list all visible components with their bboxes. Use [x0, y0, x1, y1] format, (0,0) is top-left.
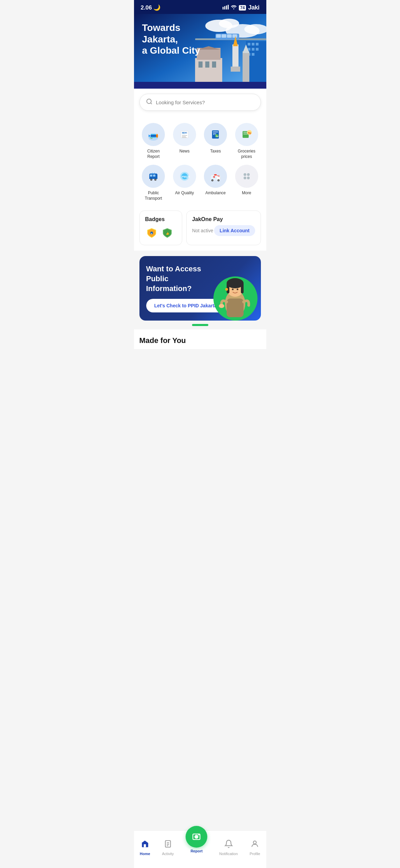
svg-rect-31: [198, 61, 203, 68]
service-air-quality[interactable]: PM2.5 Air Quality: [170, 165, 199, 201]
citizen-report-icon: [142, 123, 165, 146]
svg-rect-12: [222, 34, 226, 38]
badges-icons: ★ 👍: [145, 227, 177, 239]
ppid-character: [215, 270, 255, 321]
svg-rect-20: [252, 43, 254, 46]
groceries-icon: Rp: [235, 123, 258, 146]
service-citizen-report[interactable]: CitizenReport: [139, 123, 168, 159]
jakone-status: Not active: [192, 228, 213, 233]
svg-point-81: [247, 173, 250, 176]
svg-rect-13: [227, 34, 232, 38]
hero-text: Towards Jakarta, a Global City: [142, 22, 200, 56]
svg-text:Rp: Rp: [248, 132, 251, 134]
svg-rect-59: [153, 175, 155, 177]
news-label: News: [179, 149, 190, 154]
news-icon: NEWS: [173, 123, 196, 146]
svg-rect-33: [212, 61, 216, 68]
svg-rect-14: [232, 34, 237, 38]
status-time: 2.06 🌙: [141, 4, 161, 11]
service-groceries[interactable]: Rp Groceriesprices: [232, 123, 261, 159]
svg-rect-17: [231, 67, 240, 72]
public-transport-label: PublicTransport: [145, 191, 162, 201]
svg-point-80: [244, 173, 246, 176]
svg-rect-74: [214, 176, 214, 178]
svg-rect-19: [248, 43, 250, 46]
svg-point-36: [147, 99, 151, 104]
svg-rect-26: [252, 53, 254, 56]
svg-rect-2: [226, 5, 227, 10]
svg-point-93: [232, 289, 233, 290]
status-icons: 74 Jaki: [223, 4, 259, 11]
search-input[interactable]: [156, 100, 254, 105]
svg-rect-54: [243, 133, 248, 134]
taxes-label: Taxes: [210, 149, 221, 154]
badge-shield: ★: [145, 227, 158, 239]
toggle-pill[interactable]: [192, 324, 208, 326]
svg-rect-65: [152, 173, 153, 174]
made-for-you-title: Made for You: [139, 336, 261, 345]
jakone-card: JakOne Pay Not active Link Account: [186, 211, 261, 245]
ppid-text: Want to Access Public Information?: [146, 264, 214, 293]
ambulance-label: Ambulance: [205, 191, 226, 196]
svg-rect-39: [151, 135, 156, 137]
svg-point-76: [212, 180, 213, 181]
svg-text:Rp: Rp: [216, 135, 218, 137]
svg-rect-0: [223, 7, 224, 10]
signal-icon: [223, 5, 229, 11]
service-news[interactable]: NEWS News: [170, 123, 199, 159]
ambulance-icon: [204, 165, 227, 188]
service-public-transport[interactable]: PublicTransport: [139, 165, 168, 201]
citizen-report-label: CitizenReport: [147, 149, 160, 159]
wifi-icon: [231, 5, 237, 11]
cards-row: Badges ★ 👍: [139, 211, 261, 245]
svg-text:★: ★: [151, 233, 152, 235]
svg-rect-48: [213, 131, 218, 132]
svg-rect-66: [154, 173, 155, 174]
svg-point-82: [244, 177, 246, 179]
service-ambulance[interactable]: Ambulance: [202, 165, 230, 201]
svg-text:PM2.5: PM2.5: [182, 175, 190, 178]
svg-rect-88: [227, 299, 244, 317]
svg-point-95: [225, 288, 228, 291]
svg-point-64: [155, 179, 156, 180]
hero-section: Towards Jakarta, a Global City: [134, 14, 266, 89]
svg-rect-40: [156, 134, 157, 137]
svg-rect-92: [241, 283, 244, 293]
search-bar[interactable]: [139, 94, 261, 111]
svg-rect-11: [216, 34, 221, 38]
svg-rect-60: [149, 178, 157, 179]
svg-rect-45: [182, 136, 186, 137]
more-icon: [235, 165, 258, 188]
svg-point-83: [247, 177, 250, 179]
search-icon: [146, 98, 153, 106]
svg-rect-32: [205, 61, 209, 68]
status-bar: 2.06 🌙 74 Jaki: [134, 0, 266, 14]
toggle-container: [134, 321, 266, 329]
jakone-bottom: Not active Link Account: [192, 225, 255, 236]
svg-rect-79: [214, 174, 217, 176]
made-for-you-section: Made for You: [134, 329, 266, 349]
svg-point-78: [218, 180, 219, 181]
battery-indicator: 74: [239, 5, 246, 11]
svg-text:NEWS: NEWS: [182, 132, 187, 134]
svg-rect-58: [150, 175, 152, 177]
svg-rect-1: [224, 6, 225, 10]
svg-rect-23: [252, 48, 254, 51]
link-account-button[interactable]: Link Account: [214, 225, 255, 236]
svg-rect-46: [182, 137, 187, 138]
taxes-icon: 0% Rp: [204, 123, 227, 146]
svg-point-94: [236, 289, 238, 290]
svg-rect-30: [197, 48, 221, 60]
service-taxes[interactable]: 0% Rp Taxes: [202, 123, 230, 159]
svg-rect-24: [256, 48, 259, 51]
badges-card: Badges ★ 👍: [139, 211, 183, 245]
svg-rect-35: [134, 82, 266, 89]
badges-title: Badges: [145, 216, 177, 222]
svg-rect-44: [182, 135, 187, 136]
moon-icon: 🌙: [153, 4, 160, 11]
services-grid: CitizenReport NEWS News 0%: [139, 116, 261, 204]
badge-star: 👍: [161, 227, 174, 239]
more-label: More: [242, 191, 251, 196]
service-more[interactable]: More: [232, 165, 261, 201]
groceries-label: Groceriesprices: [238, 149, 255, 159]
